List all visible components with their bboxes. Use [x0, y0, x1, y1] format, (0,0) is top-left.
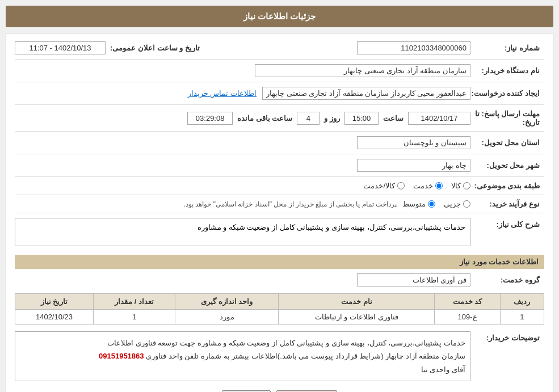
buyer-notes-label: توضیحات خریدار: — [470, 331, 544, 342]
need-number-label: شماره نیاز: — [470, 44, 544, 52]
category-option-kala-khedmat: کالا/خدمت — [363, 182, 405, 190]
cell-date: 1402/10/23 — [15, 310, 94, 324]
buyer-notes-text1: خدمات پشتیبانی،بررسی، کنترل، بهینه سازی … — [20, 336, 465, 349]
city-row: شهر محل تحویل: چاه بهار — [15, 157, 544, 174]
purchase-option-motevaset: متوسط — [402, 200, 435, 208]
purchase-radio-jozi[interactable] — [463, 200, 470, 208]
purchase-type-label: نوع فرآیند خرید: — [470, 200, 544, 208]
contact-link[interactable]: اطلاعات تماس خریدار — [188, 89, 257, 98]
remaining-label: ساعت باقی مانده — [237, 114, 292, 123]
category-radio-kala-khedmat[interactable] — [397, 182, 405, 189]
deadline-days: 4 — [297, 112, 320, 125]
need-number-value: 1102103348000060 — [357, 41, 470, 54]
buyer-notes-row: توضیحات خریدار: خدمات پشتیبانی،بررسی، کن… — [15, 329, 544, 383]
services-title-text: اطلاعات خدمات مورد نیاز — [460, 258, 539, 266]
th-row: ردیف — [500, 294, 544, 310]
province-row: استان محل تحویل: سیستان و بلوچستان — [15, 134, 544, 151]
purchase-option-jozi: جزیی — [444, 200, 470, 208]
buyer-notes-content: خدمات پشتیبانی،بررسی، کنترل، بهینه سازی … — [15, 331, 470, 381]
creator-row: ایجاد کننده درخواست: عبدالعفور محیی کارب… — [15, 85, 544, 102]
service-group-label: گروه خدمت: — [470, 276, 544, 284]
buyer-notes-phone: 09151951863 — [99, 352, 144, 360]
th-date: تاریخ نیاز — [15, 294, 94, 310]
deadline-row: مهلت ارسال پاسخ: تا تاریخ: 1402/10/17 سا… — [15, 107, 544, 129]
cell-unit: مورد — [175, 310, 279, 324]
time-label: ساعت — [383, 114, 404, 123]
cell-name: فناوری اطلاعات و ارتباطات — [279, 310, 435, 324]
need-number-row: شماره نیاز: 1102103348000060 تاریخ و ساع… — [15, 39, 544, 57]
purchase-type-row: نوع فرآیند خرید: جزیی متوسط پرداخت تمام … — [15, 197, 544, 210]
purchase-motevaset-label: متوسط — [402, 200, 426, 208]
announcement-date-value: 1402/10/13 - 11:07 — [15, 41, 106, 54]
services-section-title: اطلاعات خدمات مورد نیاز — [15, 255, 544, 269]
category-radio-khedmat[interactable] — [435, 182, 443, 189]
th-count: تعداد / مقدار — [93, 294, 175, 310]
org-name-value: سازمان منطقه آزاد تجاری صنعتی چابهار — [255, 64, 470, 77]
buyer-notes-text2-span: سازمان منطقه آزاد چابهار (شرایط قرارداد … — [146, 352, 465, 360]
org-name-label: نام دستگاه خریدار: — [470, 66, 544, 75]
buyer-notes-text3: آقای واحدی نیا — [20, 363, 465, 376]
deadline-time: 15:00 — [344, 112, 379, 125]
category-option-khedmat: خدمت — [413, 182, 443, 190]
deadline-remaining: 03:29:08 — [187, 112, 233, 125]
cell-count: 1 — [93, 310, 175, 324]
purchase-jozi-label: جزیی — [444, 200, 461, 208]
cell-row: 1 — [500, 310, 544, 324]
category-radio-kala[interactable] — [463, 182, 470, 189]
description-label: شرح کلی نیاز: — [470, 218, 544, 229]
days-label: روز و — [324, 114, 340, 123]
page-header: جزئیات اطلاعات نیاز — [6, 6, 553, 27]
description-textarea[interactable] — [15, 218, 470, 246]
cell-code: ع-109 — [435, 310, 500, 324]
city-value: چاه بهار — [357, 159, 470, 172]
province-label: استان محل تحویل: — [470, 138, 544, 147]
description-row: شرح کلی نیاز: — [15, 216, 544, 250]
category-label: طبقه بندی موضوعی: — [470, 182, 544, 190]
org-name-row: نام دستگاه خریدار: سازمان منطقه آزاد تجا… — [15, 62, 544, 79]
province-value: سیستان و بلوچستان — [357, 136, 470, 149]
services-table: ردیف کد خدمت نام خدمت واحد اندازه گیری ت… — [15, 293, 544, 324]
category-row: طبقه بندی موضوعی: کالا خدمت کالا/خدمت — [15, 179, 544, 192]
page-title: جزئیات اطلاعات نیاز — [243, 11, 316, 21]
creator-label: ایجاد کننده درخواست: — [470, 89, 544, 98]
table-header-row: ردیف کد خدمت نام خدمت واحد اندازه گیری ت… — [15, 294, 544, 310]
city-label: شهر محل تحویل: — [470, 161, 544, 170]
purchase-note: پرداخت تمام یا بخشی از مبلغ خریدار از مح… — [184, 200, 397, 208]
category-kala-label: کالا — [451, 182, 461, 190]
announcement-date-label: تاریخ و ساعت اعلان عمومی: — [110, 44, 200, 52]
category-kala-khedmat-label: کالا/خدمت — [363, 182, 395, 190]
creator-value: عبدالعفور محیی کاربرداز سازمان منطقه آزا… — [262, 87, 470, 100]
th-unit: واحد اندازه گیری — [175, 294, 279, 310]
table-row: 1 ع-109 فناوری اطلاعات و ارتباطات مورد 1… — [15, 310, 544, 324]
deadline-label: مهلت ارسال پاسخ: تا تاریخ: — [470, 109, 544, 127]
th-code: کد خدمت — [435, 294, 500, 310]
buyer-notes-text2: سازمان منطقه آزاد چابهار (شرایط قرارداد … — [20, 349, 465, 363]
deadline-date: 1402/10/17 — [408, 112, 470, 125]
purchase-radio-motevaset[interactable] — [428, 200, 435, 208]
category-option-kala: کالا — [451, 182, 470, 190]
category-khedmat-label: خدمت — [413, 182, 433, 190]
service-group-value: فن آوری اطلاعات — [357, 273, 470, 286]
service-group-row: گروه خدمت: فن آوری اطلاعات — [15, 271, 544, 289]
th-name: نام خدمت — [279, 294, 435, 310]
